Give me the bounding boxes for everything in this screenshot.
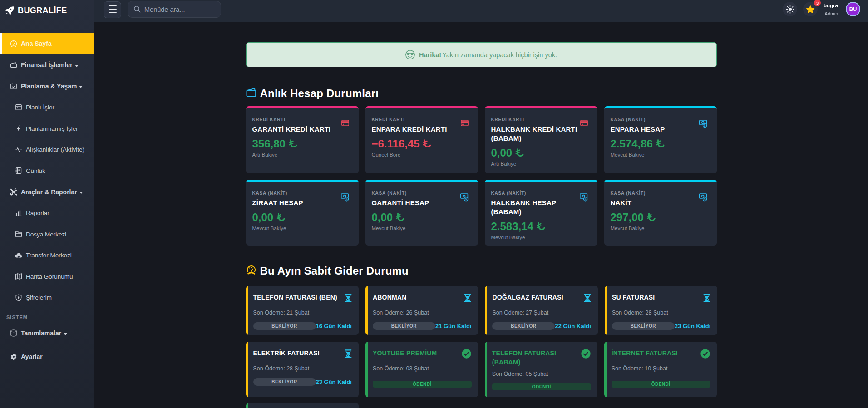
svg-text:$: $ xyxy=(584,197,586,201)
svg-text:$: $ xyxy=(345,197,347,201)
svg-text:$: $ xyxy=(465,197,467,201)
svg-text:$: $ xyxy=(704,124,705,128)
svg-text:$: $ xyxy=(704,197,705,201)
